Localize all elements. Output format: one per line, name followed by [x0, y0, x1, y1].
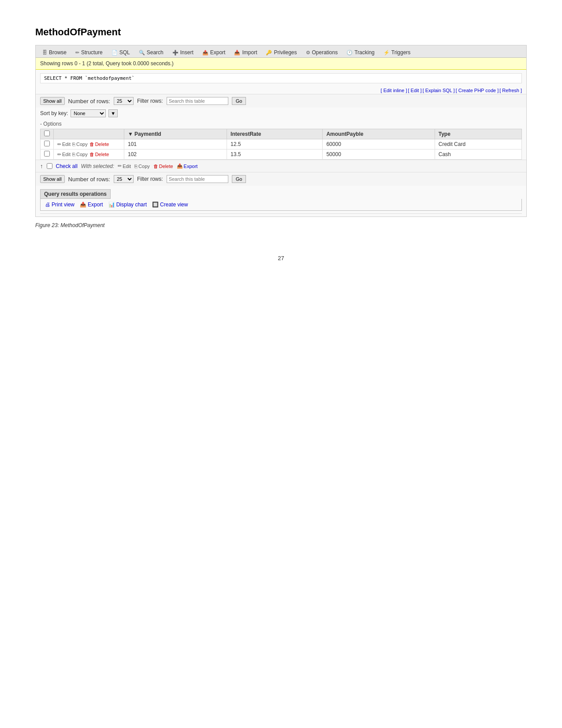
- tab-search[interactable]: 🔍 Search: [135, 47, 167, 57]
- table-row: ✏ Edit ⎘ Copy 🗑 Delete 102 13.5 50000: [41, 149, 522, 160]
- bottom-divider: [40, 213, 522, 214]
- create-php-link[interactable]: [ Create PHP code ]: [456, 88, 499, 93]
- th-type[interactable]: Type: [435, 129, 521, 139]
- show-all-button-bottom[interactable]: Show all: [40, 175, 65, 183]
- tab-sql-label: SQL: [119, 49, 130, 56]
- page-number: 27: [35, 255, 527, 261]
- row1-edit-link[interactable]: ✏ Edit: [57, 142, 71, 147]
- tab-structure[interactable]: ✏ Structure: [71, 47, 107, 57]
- copy-icon: ⎘: [72, 152, 75, 157]
- copy-icon: ⎘: [72, 142, 75, 147]
- explain-sql-link[interactable]: [ Explain SQL ]: [423, 88, 455, 93]
- tab-import[interactable]: 📥 Import: [230, 47, 261, 57]
- query-ops-title: Query results operations: [40, 189, 111, 199]
- row2-copy-link[interactable]: ⎘ Copy: [72, 152, 88, 157]
- select-all-checkbox[interactable]: [44, 131, 50, 136]
- bottom-actions-row: ↑ Check all With selected: ✏ Edit ⎘ Copy…: [36, 160, 526, 172]
- phpmyadmin-container: 🗄 Browse ✏ Structure 📄 SQL 🔍 Search ➕ In…: [35, 45, 527, 217]
- query-banner: Showing rows 0 - 1 (2 total, Query took …: [36, 58, 526, 70]
- filter-input-top[interactable]: [167, 97, 228, 105]
- th-actions: [54, 129, 124, 139]
- tab-search-label: Search: [147, 49, 164, 56]
- row1-delete-link[interactable]: 🗑 Delete: [89, 142, 109, 147]
- tab-operations[interactable]: ⚙ Operations: [302, 47, 342, 57]
- top-controls-row: Show all Number of rows: 25 50 100 Filte…: [36, 94, 526, 108]
- number-of-rows-select-top[interactable]: 25 50 100: [114, 97, 134, 105]
- privileges-icon: 🔑: [266, 50, 272, 56]
- tab-export[interactable]: 📤 Export: [198, 47, 230, 57]
- row1-checkbox-cell: [41, 139, 54, 149]
- tab-browse-label: Browse: [49, 49, 67, 56]
- sort-go-button[interactable]: ▼: [108, 109, 118, 117]
- tab-bar: 🗄 Browse ✏ Structure 📄 SQL 🔍 Search ➕ In…: [36, 45, 526, 58]
- refresh-link[interactable]: [ Refresh ]: [499, 88, 522, 93]
- row1-actions-cell: ✏ Edit ⎘ Copy 🗑 Delete: [54, 139, 124, 149]
- row2-payment-id: 102: [124, 149, 227, 160]
- bottom-export-icon: 📤: [177, 163, 183, 169]
- th-amount-payble[interactable]: AmountPayble: [323, 129, 435, 139]
- check-all-link[interactable]: Check all: [56, 163, 78, 169]
- row1-interest-rate: 12.5: [227, 139, 323, 149]
- sort-by-select[interactable]: None PaymentId InterestRate: [71, 109, 106, 117]
- display-chart-link[interactable]: 📊 Display chart: [108, 202, 147, 208]
- bottom-edit-link[interactable]: ✏ Edit: [118, 163, 131, 169]
- bottom-delete-link[interactable]: 🗑 Delete: [153, 164, 173, 169]
- links-row: [ Edit inline ] [ Edit ] [ Explain SQL ]…: [36, 87, 526, 94]
- bottom-copy-link[interactable]: ⎘ Copy: [134, 164, 150, 169]
- row1-checkbox[interactable]: [44, 141, 50, 146]
- number-of-rows-select-bottom[interactable]: 25 50 100: [114, 175, 134, 183]
- bottom-controls-row: Show all Number of rows: 25 50 100 Filte…: [36, 172, 526, 186]
- bottom-export-link[interactable]: 📤 Export: [177, 163, 198, 169]
- edit-icon: ✏: [57, 152, 61, 157]
- bottom-edit-icon: ✏: [118, 163, 122, 169]
- th-payment-id[interactable]: ▼ PaymentId: [124, 129, 227, 139]
- data-table: ▼ PaymentId InterestRate AmountPayble Ty…: [40, 129, 522, 160]
- ops-export-link[interactable]: 📤 Export: [80, 202, 103, 208]
- edit-link[interactable]: [ Edit ]: [408, 88, 421, 93]
- create-view-link[interactable]: 🔲 Create view: [152, 202, 188, 208]
- filter-go-button-bottom[interactable]: Go: [232, 175, 246, 183]
- tracking-icon: 🕐: [346, 50, 353, 56]
- sql-icon: 📄: [112, 50, 118, 56]
- row2-actions-cell: ✏ Edit ⎘ Copy 🗑 Delete: [54, 149, 124, 160]
- tab-tracking[interactable]: 🕐 Tracking: [342, 47, 379, 57]
- browse-icon: 🗄: [42, 50, 47, 55]
- tab-triggers-label: Triggers: [391, 49, 411, 56]
- number-of-rows-label-bottom: Number of rows:: [68, 176, 110, 183]
- query-ops-section: Query results operations 🖨 Print view 📤 …: [40, 189, 522, 211]
- row2-checkbox[interactable]: [44, 151, 50, 157]
- row2-edit-link[interactable]: ✏ Edit: [57, 152, 71, 157]
- tab-structure-label: Structure: [81, 49, 103, 56]
- filter-input-bottom[interactable]: [167, 175, 228, 183]
- th-checkbox: [41, 129, 54, 139]
- tab-import-label: Import: [242, 49, 257, 56]
- bottom-copy-icon: ⎘: [134, 164, 138, 169]
- edit-icon: ✏: [57, 142, 61, 147]
- ops-export-icon: 📤: [80, 202, 86, 208]
- with-selected-label: With selected:: [81, 163, 114, 169]
- tab-tracking-label: Tracking: [354, 49, 375, 56]
- number-of-rows-label: Number of rows:: [68, 98, 110, 105]
- show-all-button-top[interactable]: Show all: [40, 97, 65, 105]
- edit-inline-link[interactable]: [ Edit inline ]: [381, 88, 407, 93]
- row2-delete-link[interactable]: 🗑 Delete: [89, 152, 109, 157]
- triggers-icon: ⚡: [383, 50, 390, 56]
- tab-privileges[interactable]: 🔑 Privileges: [262, 47, 301, 57]
- query-banner-text: Showing rows 0 - 1 (2 total, Query took …: [40, 60, 174, 67]
- bottom-select-all-checkbox[interactable]: [47, 163, 52, 169]
- table-row: ✏ Edit ⎘ Copy 🗑 Delete 101 12.5 60000: [41, 139, 522, 149]
- back-arrow-icon[interactable]: ↑: [40, 163, 43, 169]
- print-view-link[interactable]: 🖨 Print view: [45, 202, 74, 208]
- tab-sql[interactable]: 📄 SQL: [108, 47, 134, 57]
- search-icon: 🔍: [139, 50, 145, 56]
- th-interest-rate[interactable]: InterestRate: [227, 129, 323, 139]
- tab-insert[interactable]: ➕ Insert: [168, 47, 197, 57]
- tab-triggers[interactable]: ⚡ Triggers: [380, 47, 415, 57]
- sql-text: SELECT * FROM `methodofpayment`: [44, 75, 134, 81]
- filter-go-button-top[interactable]: Go: [232, 97, 246, 105]
- row1-copy-link[interactable]: ⎘ Copy: [72, 142, 88, 147]
- bottom-delete-icon: 🗑: [153, 164, 158, 169]
- options-label: - Options: [40, 121, 62, 127]
- row2-checkbox-cell: [41, 149, 54, 160]
- tab-browse[interactable]: 🗄 Browse: [38, 47, 71, 57]
